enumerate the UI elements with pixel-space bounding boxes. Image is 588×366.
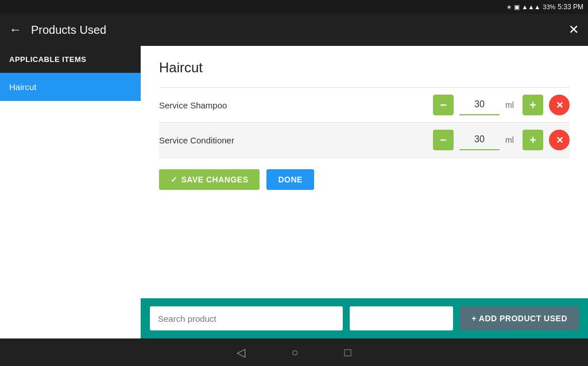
- delete-product-button-1[interactable]: ✕: [549, 95, 570, 115]
- bottom-bar: + ADD PRODUCT USED: [141, 298, 588, 338]
- sidebar: APPLICABLE ITEMS Haircut: [0, 46, 141, 338]
- qty-input-1[interactable]: [459, 95, 500, 115]
- delete-icon-1: ✕: [556, 100, 563, 111]
- content-main: Haircut Service Shampoo − ml + ✕ Service…: [141, 46, 588, 298]
- battery-percent: 33%: [543, 3, 555, 10]
- close-button[interactable]: ✕: [568, 22, 579, 37]
- top-bar: ← Products Used ✕: [0, 14, 588, 46]
- product-list: Service Shampoo − ml + ✕ Service Conditi…: [159, 87, 570, 158]
- status-icons: ∗ ▣ ▲▲▲ 33% 5:33 PM: [506, 3, 583, 11]
- back-icon: ←: [9, 22, 22, 37]
- content-area: Haircut Service Shampoo − ml + ✕ Service…: [141, 46, 588, 338]
- check-icon: ✓: [171, 175, 178, 184]
- increase-qty-button-1[interactable]: +: [523, 95, 543, 115]
- content-title: Haircut: [159, 60, 570, 76]
- bluetooth-icon: ∗: [506, 3, 512, 11]
- battery-icon: ▣: [514, 3, 520, 11]
- product-name-1: Service Shampoo: [159, 100, 427, 110]
- save-changes-button[interactable]: ✓ SAVE CHANGES: [159, 169, 260, 190]
- decrease-qty-button-1[interactable]: −: [433, 95, 454, 115]
- signal-icon: ▲▲▲: [522, 3, 541, 10]
- unit-label-2: ml: [505, 135, 517, 145]
- qty-input-2[interactable]: [459, 130, 500, 150]
- done-button[interactable]: DONE: [266, 169, 314, 190]
- search-input[interactable]: [150, 306, 343, 330]
- nav-home-icon[interactable]: ○: [291, 346, 298, 359]
- status-bar: ∗ ▣ ▲▲▲ 33% 5:33 PM: [0, 0, 588, 14]
- nav-bar: ◁ ○ □: [0, 338, 588, 366]
- done-label: DONE: [278, 175, 302, 184]
- action-buttons: ✓ SAVE CHANGES DONE: [159, 169, 570, 190]
- table-row: Service Conditioner − ml + ✕: [159, 123, 570, 158]
- delete-icon-2: ✕: [556, 135, 563, 146]
- table-row: Service Shampoo − ml + ✕: [159, 87, 570, 123]
- nav-back-icon[interactable]: ◁: [237, 345, 245, 359]
- sidebar-item-label: Haircut: [9, 82, 37, 92]
- add-product-button[interactable]: + ADD PRODUCT USED: [460, 306, 579, 330]
- page-title: Products Used: [31, 24, 559, 37]
- product-second-input[interactable]: [350, 306, 453, 330]
- sidebar-item-haircut[interactable]: Haircut: [0, 73, 141, 101]
- save-label: SAVE CHANGES: [181, 175, 249, 184]
- close-icon: ✕: [568, 22, 579, 37]
- unit-label-1: ml: [505, 100, 517, 110]
- nav-recents-icon[interactable]: □: [345, 346, 351, 359]
- product-name-2: Service Conditioner: [159, 135, 427, 145]
- back-button[interactable]: ←: [9, 22, 22, 37]
- main-layout: APPLICABLE ITEMS Haircut Haircut Service…: [0, 46, 588, 338]
- status-time: 5:33 PM: [558, 3, 583, 11]
- increase-qty-button-2[interactable]: +: [523, 130, 543, 150]
- decrease-qty-button-2[interactable]: −: [433, 130, 454, 150]
- sidebar-header: APPLICABLE ITEMS: [0, 46, 141, 73]
- add-product-label: + ADD PRODUCT USED: [471, 314, 567, 323]
- delete-product-button-2[interactable]: ✕: [549, 130, 570, 150]
